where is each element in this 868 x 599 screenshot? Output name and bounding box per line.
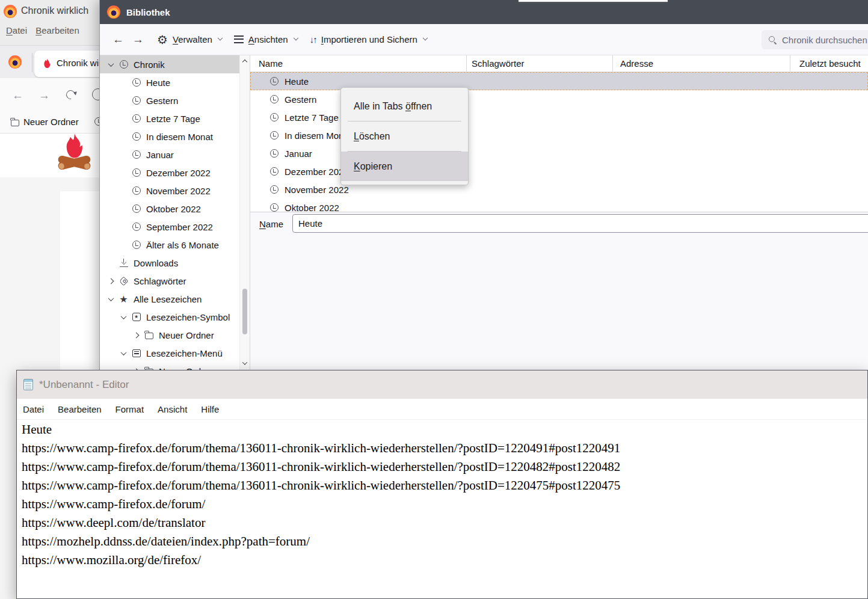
context-menu-item-alle-in-tabs-oeffnen[interactable]: Alle in Tabs öffnen xyxy=(341,91,468,121)
download-icon xyxy=(120,259,128,267)
search-input[interactable] xyxy=(762,30,868,49)
scroll-up-icon[interactable] xyxy=(240,57,250,67)
menu-bearbeiten[interactable]: Bearbeiten xyxy=(35,25,79,35)
back-icon[interactable]: ← xyxy=(112,34,124,45)
column-header-schlagwoerter[interactable]: Schlagwörter xyxy=(467,55,613,72)
screen: Chronik wirklich Datei Bearbeiten Chroni… xyxy=(0,0,868,599)
menu-datei[interactable]: Datei xyxy=(23,404,44,414)
column-header-zuletzt-besucht[interactable]: Zuletzt besucht xyxy=(790,55,868,72)
firefox-icon xyxy=(4,5,17,18)
sidebar-item-gestern[interactable]: Gestern xyxy=(100,91,240,109)
context-menu-item-kopieren[interactable]: Kopieren xyxy=(341,152,468,181)
sidebar-item-label: Älter als 6 Monate xyxy=(146,240,219,250)
sidebar-item-label: Alle Lesezeichen xyxy=(134,294,202,304)
sidebar-item-chronik[interactable]: Chronik xyxy=(100,55,240,73)
chevron-down-icon[interactable] xyxy=(120,313,126,319)
clock-icon xyxy=(132,204,141,213)
context-menu-item-loeschen[interactable]: Löschen xyxy=(341,121,468,151)
clock-icon xyxy=(132,150,141,159)
notepad-window: *Unbenannt - Editor Datei Bearbeiten For… xyxy=(16,370,868,599)
firefox-icon[interactable] xyxy=(8,55,22,69)
back-icon[interactable]: ← xyxy=(12,90,23,101)
name-field-label: Name xyxy=(259,219,283,229)
campfire-flame-icon xyxy=(43,58,51,71)
sidebar-item-label: Schlagwörter xyxy=(134,276,186,286)
sidebar-tree: Chronik Heute Gestern Letzte 7 Tage xyxy=(100,55,240,373)
menu-ansicht[interactable]: Ansicht xyxy=(158,404,187,414)
chevron-down-icon xyxy=(293,35,298,40)
sidebar-item-label: November 2022 xyxy=(146,186,211,196)
views-menu-button[interactable]: Ansichten xyxy=(234,34,298,45)
sidebar-item-heute[interactable]: Heute xyxy=(100,73,240,91)
sidebar-item-alle-lesezeichen[interactable]: Alle Lesezeichen xyxy=(100,290,240,308)
chevron-down-icon[interactable] xyxy=(108,295,114,301)
list-row-label: Januar xyxy=(285,149,312,159)
sidebar-item-aelter-als-6-monate[interactable]: Älter als 6 Monate xyxy=(100,236,240,254)
clock-icon xyxy=(270,131,279,140)
sidebar-item-schlagwoerter[interactable]: Schlagwörter xyxy=(100,272,240,290)
sidebar-item-lesezeichen-menue[interactable]: Lesezeichen-Menü xyxy=(100,344,240,362)
clock-icon xyxy=(270,113,279,121)
clock-icon xyxy=(132,168,141,177)
chevron-right-icon[interactable] xyxy=(108,278,114,284)
sidebar-item-label: In diesem Monat xyxy=(146,132,213,142)
list-row-label: November 2022 xyxy=(285,185,349,195)
menu-hilfe[interactable]: Hilfe xyxy=(201,404,219,414)
sidebar-item-lesezeichen-symbol[interactable]: Lesezeichen-Symbol xyxy=(100,308,240,326)
clock-icon xyxy=(132,96,141,105)
arrows-up-down-icon: ↓↑ xyxy=(310,34,316,45)
chevron-down-icon[interactable] xyxy=(120,349,126,355)
notepad-icon xyxy=(23,379,33,390)
bookmark-folder-neuer-ordner[interactable]: Neuer Ordner xyxy=(23,117,79,127)
clock-icon xyxy=(132,114,141,123)
sidebar-item-letzte-7-tage[interactable]: Letzte 7 Tage xyxy=(100,109,240,127)
menu-format[interactable]: Format xyxy=(115,404,144,414)
chevron-down-icon[interactable] xyxy=(108,61,114,67)
clock-icon xyxy=(132,241,141,249)
sidebar-item-label: Lesezeichen-Menü xyxy=(146,348,223,358)
menu-bearbeiten[interactable]: Bearbeiten xyxy=(58,404,102,414)
name-field[interactable] xyxy=(292,214,868,233)
folder-icon xyxy=(11,120,19,126)
sidebar-item-november-2022[interactable]: November 2022 xyxy=(100,182,240,200)
clock-icon xyxy=(132,223,141,231)
star-icon xyxy=(119,294,128,304)
sidebar-item-in-diesem-monat[interactable]: In diesem Monat xyxy=(100,127,240,146)
notepad-text-area[interactable]: Heute https://www.camp-firefox.de/forum/… xyxy=(17,420,867,570)
text-line: https://www.camp-firefox.de/forum/thema/… xyxy=(22,458,865,476)
sidebar-item-januar[interactable]: Januar xyxy=(100,146,240,164)
library-titlebar: Bibliothek xyxy=(100,0,868,24)
reload-icon[interactable] xyxy=(64,88,77,101)
clock-icon xyxy=(270,95,279,103)
notepad-titlebar: *Unbenannt - Editor xyxy=(17,370,867,399)
text-line: https://www.camp-firefox.de/forum/ xyxy=(22,495,865,514)
clock-icon xyxy=(270,203,279,212)
chevron-right-icon[interactable] xyxy=(133,332,139,338)
forward-icon[interactable]: → xyxy=(38,90,50,101)
tab-chronik[interactable]: Chronik wirklich xyxy=(34,51,100,77)
sidebar-item-september-2022[interactable]: September 2022 xyxy=(100,218,240,236)
list-row-label: Dezember 2022 xyxy=(285,167,349,177)
scrollbar-thumb[interactable] xyxy=(242,289,247,334)
sidebar-item-neuer-ordner[interactable]: Neuer Ordner xyxy=(100,326,240,344)
sidebar-item-oktober-2022[interactable]: Oktober 2022 xyxy=(100,200,240,218)
firefox-icon xyxy=(107,5,120,19)
column-header-adresse[interactable]: Adresse xyxy=(613,55,790,72)
import-backup-menu-button[interactable]: ↓↑ Importieren und Sichern xyxy=(310,34,427,45)
menu-datei[interactable]: Datei xyxy=(6,25,27,35)
list-box-icon xyxy=(132,349,141,357)
manage-menu-button[interactable]: ⚙ Verwalten xyxy=(157,34,222,46)
sidebar-item-label: Januar xyxy=(146,150,174,160)
sidebar-scrollbar[interactable] xyxy=(239,55,250,373)
column-header-name[interactable]: Name xyxy=(250,55,467,72)
sidebar-item-dezember-2022[interactable]: Dezember 2022 xyxy=(100,164,240,182)
campfire-logo xyxy=(57,134,92,177)
clock-icon xyxy=(270,77,279,85)
sidebar-item-label: Heute xyxy=(146,78,170,88)
magnifier-icon xyxy=(769,36,775,42)
list-row-label: Gestern xyxy=(285,94,316,105)
scroll-down-icon[interactable] xyxy=(240,358,250,368)
library-window: Bibliothek ← → ⚙ Verwalten Ansichten ↓↑ … xyxy=(99,0,868,373)
sidebar-item-downloads[interactable]: Downloads xyxy=(100,254,240,272)
forward-icon[interactable]: → xyxy=(132,34,144,45)
